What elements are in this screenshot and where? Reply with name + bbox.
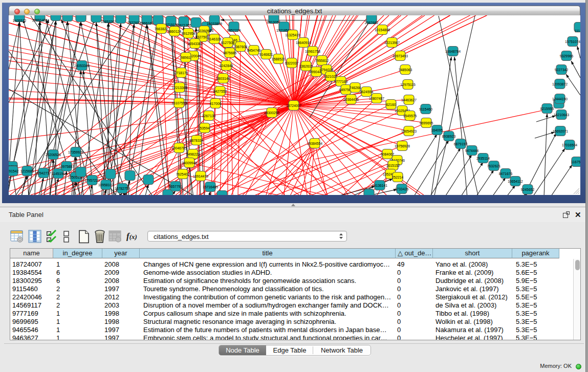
- svg-text:18724007: 18724007: [286, 104, 301, 107]
- svg-text:10973493: 10973493: [393, 54, 408, 58]
- svg-text:9245652: 9245652: [521, 188, 535, 191]
- svg-text:16543382: 16543382: [187, 42, 203, 46]
- svg-text:16210643: 16210643: [554, 113, 569, 117]
- svg-text:12444190: 12444190: [552, 97, 568, 101]
- svg-text:746266: 746266: [350, 86, 361, 90]
- svg-text:15654923: 15654923: [401, 129, 417, 133]
- svg-text:3875685: 3875685: [223, 51, 237, 55]
- svg-text:1549575: 1549575: [403, 114, 417, 118]
- svg-text:34009948: 34009948: [182, 161, 197, 165]
- svg-text:17016504: 17016504: [562, 143, 577, 147]
- svg-text:62160: 62160: [386, 103, 396, 106]
- svg-text:17359928: 17359928: [68, 150, 83, 154]
- svg-text:1215685: 1215685: [20, 169, 34, 173]
- svg-text:1362615: 1362615: [299, 64, 313, 68]
- svg-text:8427552: 8427552: [213, 90, 227, 93]
- svg-text:9857224: 9857224: [227, 29, 241, 32]
- svg-text:17957223: 17957223: [84, 179, 100, 182]
- svg-text:8938923: 8938923: [442, 135, 456, 138]
- svg-text:9474444: 9474444: [465, 149, 479, 152]
- svg-text:9227342: 9227342: [555, 68, 569, 72]
- svg-text:8454749: 8454749: [247, 49, 261, 52]
- svg-text:19384554: 19384554: [307, 142, 322, 145]
- svg-text:10654112: 10654112: [508, 180, 523, 183]
- svg-text:116753: 116753: [571, 160, 580, 164]
- svg-text:14136141: 14136141: [372, 184, 387, 187]
- svg-text:10975887: 10975887: [59, 165, 74, 168]
- svg-text:1615152: 1615152: [386, 164, 400, 167]
- svg-text:8127508: 8127508: [221, 41, 235, 45]
- svg-text:1405572: 1405572: [13, 19, 27, 23]
- svg-text:1527602: 1527602: [127, 21, 141, 25]
- svg-text:7632621: 7632621: [487, 164, 501, 168]
- svg-text:2718176: 2718176: [175, 71, 188, 75]
- svg-text:9699695: 9699695: [420, 121, 433, 125]
- svg-text:8813054: 8813054: [267, 20, 281, 24]
- svg-text:9084067: 9084067: [381, 152, 395, 156]
- svg-text:12213369: 12213369: [172, 86, 187, 90]
- svg-text:20364436: 20364436: [343, 98, 359, 101]
- svg-text:1733426: 1733426: [395, 187, 409, 191]
- svg-text:8471676: 8471676: [499, 172, 513, 176]
- svg-text:6879197: 6879197: [454, 142, 468, 146]
- svg-text:8878334: 8878334: [190, 139, 204, 142]
- svg-text:14463627: 14463627: [401, 98, 417, 102]
- svg-text:98961: 98961: [181, 56, 191, 59]
- svg-text:20691406: 20691406: [32, 18, 48, 22]
- svg-text:7625402: 7625402: [176, 172, 190, 176]
- svg-text:10046785: 10046785: [171, 146, 187, 150]
- svg-text:1588520: 1588520: [272, 57, 286, 61]
- svg-text:12975115: 12975115: [400, 83, 416, 86]
- svg-text:15716485: 15716485: [203, 185, 218, 189]
- svg-text:16782759: 16782759: [115, 187, 130, 190]
- svg-text:16033809: 16033809: [207, 22, 222, 26]
- svg-text:28053346: 28053346: [74, 64, 90, 68]
- svg-text:8912954: 8912954: [182, 32, 195, 35]
- svg-text:7955812: 7955812: [315, 59, 329, 62]
- svg-text:2935114: 2935114: [476, 157, 490, 160]
- svg-text:15751074: 15751074: [565, 40, 580, 43]
- svg-text:8327503: 8327503: [195, 35, 209, 39]
- svg-text:6966160: 6966160: [140, 21, 154, 25]
- svg-text:9242848: 9242848: [220, 64, 233, 68]
- svg-text:252214: 252214: [392, 176, 404, 179]
- svg-text:7663822: 7663822: [155, 27, 168, 31]
- svg-text:15692071: 15692071: [553, 129, 568, 133]
- svg-text:391542: 391542: [9, 169, 19, 173]
- svg-text:10853267: 10853267: [101, 20, 116, 24]
- svg-text:8146328: 8146328: [208, 37, 222, 41]
- svg-text:12942737: 12942737: [36, 171, 51, 175]
- svg-text:18640910: 18640910: [296, 41, 311, 45]
- svg-text:9657791: 9657791: [169, 185, 183, 188]
- svg-text:10807487: 10807487: [369, 97, 384, 100]
- svg-text:3267130: 3267130: [202, 114, 216, 118]
- svg-text:9329966: 9329966: [560, 54, 574, 58]
- svg-text:16914479: 16914479: [193, 174, 208, 178]
- svg-text:6794028: 6794028: [320, 68, 334, 72]
- svg-text:11325419: 11325419: [285, 33, 300, 37]
- svg-text:1145194: 1145194: [52, 172, 65, 176]
- svg-text:6322037: 6322037: [285, 61, 299, 65]
- svg-text:16648784: 16648784: [445, 50, 461, 53]
- svg-text:18300295: 18300295: [264, 111, 279, 115]
- svg-text:3624554: 3624554: [360, 90, 374, 94]
- svg-text:19756928: 19756928: [395, 144, 410, 148]
- svg-text:9115460: 9115460: [419, 107, 432, 111]
- svg-text:164095: 164095: [431, 128, 443, 132]
- svg-text:12213967: 12213967: [384, 41, 400, 45]
- svg-text:2367608: 2367608: [234, 45, 248, 49]
- svg-text:1621022: 1621022: [324, 75, 338, 78]
- svg-text:7485063: 7485063: [399, 68, 412, 72]
- svg-text:5498222: 5498222: [186, 152, 200, 156]
- svg-text:2803144: 2803144: [216, 77, 230, 80]
- svg-text:53594: 53594: [200, 126, 210, 130]
- svg-text:417006: 417006: [210, 102, 222, 105]
- svg-text:20206526: 20206526: [46, 153, 61, 157]
- svg-text:10154808: 10154808: [375, 28, 390, 32]
- svg-text:11123: 11123: [575, 29, 580, 33]
- svg-text:9860124: 9860124: [168, 30, 182, 33]
- svg-text:10958107: 10958107: [98, 183, 114, 187]
- svg-text:8215955: 8215955: [540, 107, 554, 111]
- svg-text:16107553: 16107553: [171, 101, 187, 105]
- svg-text:16961758: 16961758: [305, 50, 320, 53]
